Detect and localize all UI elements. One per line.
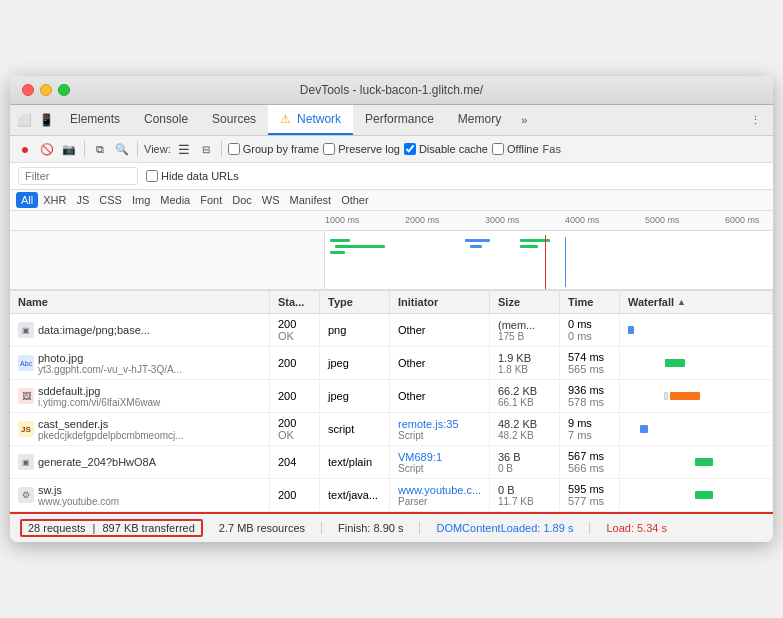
mini-bar-red-line	[545, 235, 546, 290]
file-icon-1: ▣	[18, 322, 34, 338]
initiator-link-4[interactable]: remote.js:35	[398, 418, 481, 430]
group-by-frame-checkbox[interactable]: Group by frame	[228, 143, 319, 155]
tab-sources[interactable]: Sources	[200, 105, 268, 135]
name-cell-3: 🖼 sddefault.jpg i.ytimg.com/vi/6lfaiXM6w…	[18, 385, 261, 408]
type-manifest[interactable]: Manifest	[285, 192, 337, 208]
tab-network-label: Network	[297, 112, 341, 126]
inspect-icon[interactable]: ⬜	[14, 110, 34, 130]
td-size-1: (mem... 175 B	[490, 314, 560, 346]
wf-segment-2	[665, 359, 685, 367]
device-icon[interactable]: 📱	[36, 110, 56, 130]
td-size-3: 66.2 KB 66.1 KB	[490, 380, 560, 412]
preserve-log-input[interactable]	[323, 143, 335, 155]
filmstrip-button[interactable]: ⊟	[197, 140, 215, 158]
type-font[interactable]: Font	[195, 192, 227, 208]
mini-bar-3	[330, 251, 345, 254]
mini-bar-4	[465, 239, 490, 242]
filter-button[interactable]: ⧉	[91, 140, 109, 158]
th-time[interactable]: Time	[560, 291, 620, 313]
search-button[interactable]: 🔍	[113, 140, 131, 158]
type-filters-row: All XHR JS CSS Img Media Font Doc WS Man…	[10, 190, 773, 211]
name-sub-4: pkedcjkdefgpdelpbcmbmeomcj...	[38, 430, 261, 441]
hide-data-urls-checkbox[interactable]: Hide data URLs	[146, 170, 239, 182]
th-type[interactable]: Type	[320, 291, 390, 313]
more-tabs-button[interactable]: »	[513, 108, 535, 132]
group-by-frame-label: Group by frame	[243, 143, 319, 155]
name-text-1: data:image/png;base...	[38, 324, 261, 336]
th-status[interactable]: Sta...	[270, 291, 320, 313]
disable-cache-checkbox[interactable]: Disable cache	[404, 143, 488, 155]
preserve-log-label: Preserve log	[338, 143, 400, 155]
menu-button[interactable]: ⋮	[742, 108, 769, 133]
td-size-6: 0 B 11.7 KB	[490, 479, 560, 511]
camera-button[interactable]: 📷	[60, 140, 78, 158]
td-time-3: 936 ms 578 ms	[560, 380, 620, 412]
filter-row: Hide data URLs	[10, 163, 773, 190]
tab-elements[interactable]: Elements	[58, 105, 132, 135]
maximize-button[interactable]	[58, 84, 70, 96]
resources: 2.7 MB resources	[219, 522, 305, 534]
table-row[interactable]: ▣ generate_204?bHwO8A 204 text/plain VM6…	[10, 446, 773, 479]
disable-cache-input[interactable]	[404, 143, 416, 155]
th-size[interactable]: Size	[490, 291, 560, 313]
wf-segment-3b	[670, 392, 700, 400]
td-waterfall-3	[620, 380, 773, 412]
type-all[interactable]: All	[16, 192, 38, 208]
type-other[interactable]: Other	[336, 192, 374, 208]
table-row[interactable]: 🖼 sddefault.jpg i.ytimg.com/vi/6lfaiXM6w…	[10, 380, 773, 413]
table-row[interactable]: ⚙ sw.js www.youtube.com 200 text/java...…	[10, 479, 773, 512]
timeline-graph[interactable]	[10, 231, 773, 291]
preserve-log-checkbox[interactable]: Preserve log	[323, 143, 400, 155]
record-button[interactable]: ●	[16, 140, 34, 158]
table-row[interactable]: ▣ data:image/png;base... 200 OK png Othe…	[10, 314, 773, 347]
initiator-sub-4: Script	[398, 430, 481, 441]
offline-input[interactable]	[492, 143, 504, 155]
th-initiator[interactable]: Initiator	[390, 291, 490, 313]
size-top-3: 66.2 KB	[498, 385, 551, 397]
td-size-4: 48.2 KB 48.2 KB	[490, 413, 560, 445]
hide-data-urls-input[interactable]	[146, 170, 158, 182]
type-ws[interactable]: WS	[257, 192, 285, 208]
td-name-1: ▣ data:image/png;base...	[10, 314, 270, 346]
type-img[interactable]: Img	[127, 192, 155, 208]
tab-network[interactable]: ⚠ Network	[268, 105, 353, 135]
close-button[interactable]	[22, 84, 34, 96]
name-main-3: sddefault.jpg	[38, 385, 261, 397]
finish: Finish: 8.90 s	[338, 522, 403, 534]
type-media[interactable]: Media	[155, 192, 195, 208]
tab-console[interactable]: Console	[132, 105, 200, 135]
td-size-2: 1.9 KB 1.8 KB	[490, 347, 560, 379]
initiator-link-5[interactable]: VM689:1	[398, 451, 481, 463]
initiator-link-6[interactable]: www.youtube.c...	[398, 484, 481, 496]
td-status-5: 204	[270, 446, 320, 478]
td-status-3: 200	[270, 380, 320, 412]
th-name[interactable]: Name	[10, 291, 270, 313]
size-bot-5: 0 B	[498, 463, 551, 474]
list-view-button[interactable]: ☰	[175, 140, 193, 158]
table-row[interactable]: Abc photo.jpg yt3.ggpht.com/-vu_v-hJT-3Q…	[10, 347, 773, 380]
name-sub-6: www.youtube.com	[38, 496, 261, 507]
type-js[interactable]: JS	[71, 192, 94, 208]
group-by-frame-input[interactable]	[228, 143, 240, 155]
time-bot-4: 7 ms	[568, 429, 611, 441]
tab-performance[interactable]: Performance	[353, 105, 446, 135]
devtools-window: DevTools - luck-bacon-1.glitch.me/ ⬜ 📱 E…	[10, 76, 773, 542]
size-bot-2: 1.8 KB	[498, 364, 551, 375]
td-time-5: 567 ms 566 ms	[560, 446, 620, 478]
clear-button[interactable]: 🚫	[38, 140, 56, 158]
type-doc[interactable]: Doc	[227, 192, 257, 208]
filter-input[interactable]	[18, 167, 138, 185]
minimize-button[interactable]	[40, 84, 52, 96]
table-header: Name Sta... Type Initiator Size Time Wat…	[10, 291, 773, 314]
wf-bar-4	[640, 425, 648, 433]
type-css[interactable]: CSS	[94, 192, 127, 208]
status-bar: 28 requests | 897 KB transferred 2.7 MB …	[10, 512, 773, 542]
th-size-label: Size	[498, 296, 520, 308]
tab-memory[interactable]: Memory	[446, 105, 513, 135]
offline-checkbox[interactable]: Offline	[492, 143, 539, 155]
name-text-4: cast_sender.js pkedcjkdefgpdelpbcmbmeomc…	[38, 418, 261, 441]
table-row[interactable]: JS cast_sender.js pkedcjkdefgpdelpbcmbme…	[10, 413, 773, 446]
status-sep-3	[419, 522, 420, 534]
th-waterfall[interactable]: Waterfall ▲	[620, 291, 773, 313]
type-xhr[interactable]: XHR	[38, 192, 71, 208]
